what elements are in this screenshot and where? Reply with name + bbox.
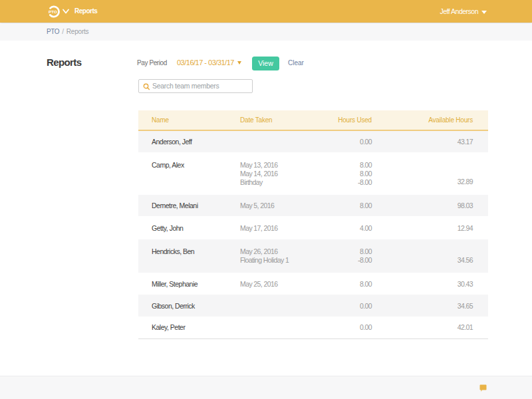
svg-text:PTO: PTO [49,9,57,14]
